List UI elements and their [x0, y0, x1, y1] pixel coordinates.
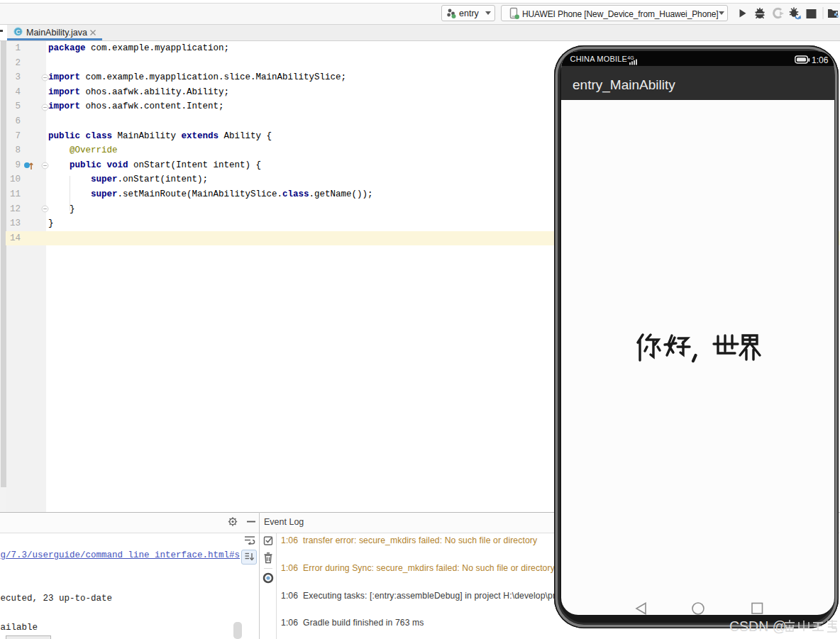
- svg-text:C: C: [16, 28, 20, 35]
